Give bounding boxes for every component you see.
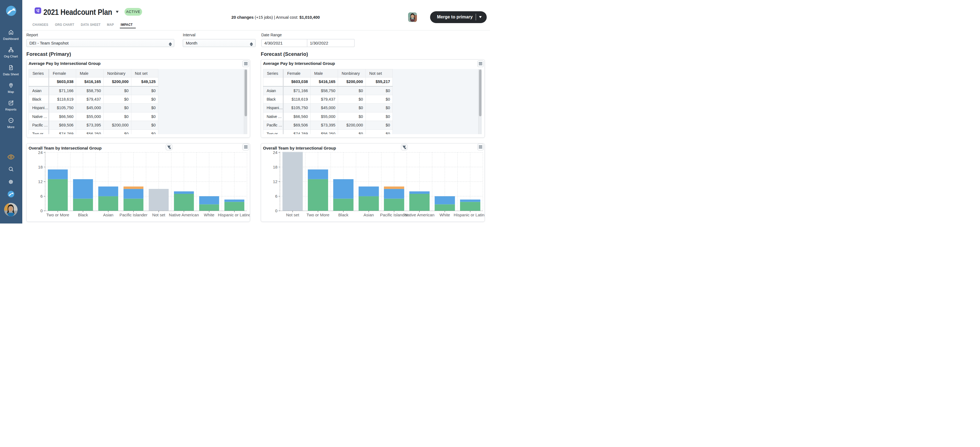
svg-text:Pacific Islander: Pacific Islander: [380, 213, 408, 217]
svg-text:24: 24: [273, 150, 278, 155]
svg-text:0: 0: [40, 208, 43, 213]
svg-text:Native American: Native American: [169, 213, 199, 217]
svg-text:6: 6: [275, 194, 277, 199]
svg-text:Black: Black: [78, 213, 88, 217]
svg-text:18: 18: [273, 165, 278, 169]
svg-text:12: 12: [38, 179, 43, 184]
svg-text:Not set: Not set: [286, 213, 299, 217]
svg-text:Not set: Not set: [152, 213, 165, 217]
svg-text:Native American: Native American: [404, 213, 434, 217]
svg-text:Asian: Asian: [103, 213, 113, 217]
svg-text:Pacific Islander: Pacific Islander: [119, 213, 148, 217]
svg-text:18: 18: [38, 165, 43, 169]
svg-text:Hispanic or Latino: Hispanic or Latino: [454, 213, 485, 217]
svg-text:Two or More: Two or More: [306, 213, 329, 217]
svg-text:Two or More: Two or More: [46, 213, 69, 217]
svg-text:White: White: [204, 213, 214, 217]
svg-text:Black: Black: [338, 213, 348, 217]
svg-text:24: 24: [38, 150, 43, 155]
svg-text:0: 0: [275, 208, 277, 213]
svg-text:Asian: Asian: [364, 213, 374, 217]
svg-text:Hispanic or Latino: Hispanic or Latino: [218, 213, 250, 217]
svg-text:6: 6: [40, 194, 43, 199]
svg-text:12: 12: [273, 179, 278, 184]
svg-text:White: White: [439, 213, 450, 217]
